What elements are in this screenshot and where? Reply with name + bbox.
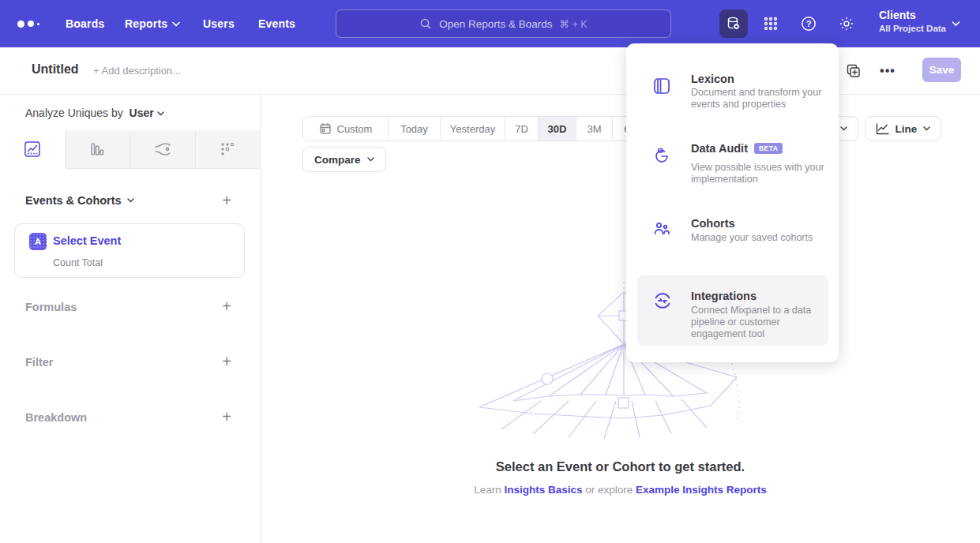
chart-type-tabs <box>0 130 260 169</box>
svg-text:?: ? <box>806 19 812 28</box>
add-formula-button[interactable]: + <box>219 299 235 315</box>
event-selector-card[interactable]: A Select Event Count Total <box>14 223 245 278</box>
nav-item-users[interactable]: Users <box>203 0 235 47</box>
cohorts-users-icon <box>652 219 671 238</box>
mixpanel-logo-icon[interactable] <box>17 17 46 30</box>
tab-bar-chart[interactable] <box>66 130 131 168</box>
project-name: All Project Data <box>879 24 946 33</box>
account-switcher[interactable]: Clients All Project Data <box>879 9 946 33</box>
chevron-down-icon <box>952 21 960 27</box>
search-icon <box>419 17 432 30</box>
more-options-icon[interactable]: ••• <box>877 60 899 82</box>
chart-style-selector[interactable]: Line <box>865 116 941 141</box>
add-event-button[interactable]: + <box>219 193 235 209</box>
bar-chart-icon <box>88 140 106 158</box>
menu-item-description: Document and transform your events and p… <box>691 87 827 110</box>
menu-item-title: Integrations <box>691 290 757 302</box>
date-yesterday[interactable]: Yesterday <box>441 117 505 140</box>
menu-item-description: Manage your saved cohorts <box>691 232 827 244</box>
analyze-label: Analyze Uniques by <box>25 107 123 119</box>
apps-grid-icon[interactable] <box>757 9 785 38</box>
line-chart-icon <box>24 140 41 158</box>
example-insights-reports-link[interactable]: Example Insights Reports <box>636 484 767 496</box>
query-sidebar: Analyze Uniques by User <box>0 95 261 543</box>
line-style-icon <box>876 123 889 135</box>
empty-state-title: Select an Event or Cohort to get started… <box>261 459 980 474</box>
global-search-input[interactable]: Open Reports & Boards ⌘ + K <box>336 9 671 38</box>
top-nav: Boards Reports Users Events Open Reports… <box>0 0 980 47</box>
nav-item-label: Boards <box>66 17 104 30</box>
chart-main-area: Custom Today Yesterday 7D 30D 3M 6M Comp… <box>261 95 980 543</box>
menu-item-title: Lexicon <box>691 73 734 85</box>
date-today[interactable]: Today <box>389 117 441 140</box>
analyze-uniques-row: Analyze Uniques by User <box>25 107 164 119</box>
calendar-icon <box>319 122 332 135</box>
nav-item-boards[interactable]: Boards <box>66 0 104 47</box>
menu-item-title: Cohorts <box>691 217 735 230</box>
menu-item-description: Connect Mixpanel to a data pipeline or c… <box>691 305 827 340</box>
section-breakdown: Breakdown <box>25 411 87 424</box>
menu-item-title: Data AuditBETA <box>691 142 783 155</box>
search-placeholder: Open Reports & Boards <box>439 18 552 30</box>
nav-item-label: Reports <box>125 17 167 30</box>
tab-flow-chart[interactable] <box>130 130 196 168</box>
search-shortcut: ⌘ + K <box>560 18 588 30</box>
nav-item-label: Events <box>258 17 295 30</box>
nav-item-label: Users <box>203 17 235 30</box>
ellipsis-glyph: ••• <box>880 64 896 78</box>
save-button[interactable]: Save <box>922 58 961 82</box>
add-description-field[interactable]: + Add description... <box>93 65 181 77</box>
event-letter-badge: A <box>29 233 47 250</box>
insights-basics-link[interactable]: Insights Basics <box>504 484 582 496</box>
date-custom[interactable]: Custom <box>303 117 389 140</box>
help-icon[interactable]: ? <box>794 9 823 38</box>
subtitle-text: or explore <box>582 484 636 496</box>
compare-button[interactable]: Compare <box>302 147 386 172</box>
retention-grid-icon <box>219 140 236 158</box>
chevron-down-icon <box>172 21 180 27</box>
select-event-label[interactable]: Select Event <box>53 234 121 247</box>
data-management-icon[interactable] <box>719 9 748 38</box>
menu-item-description: View possible issues with your implement… <box>691 162 827 185</box>
data-management-dropdown-panel: Lexicon Document and transform your even… <box>626 43 839 362</box>
subtitle-text: Learn <box>474 484 504 496</box>
lexicon-book-icon <box>652 77 671 95</box>
integrations-sync-icon <box>652 290 671 309</box>
data-audit-icon <box>652 146 671 165</box>
events-cohorts-heading[interactable]: Events & Cohorts <box>25 194 134 207</box>
add-breakdown-button[interactable]: + <box>219 410 235 425</box>
nav-item-events[interactable]: Events <box>258 0 295 47</box>
beta-badge: BETA <box>754 143 783 154</box>
tab-insights-line-chart[interactable] <box>0 130 66 169</box>
count-total-label[interactable]: Count Total <box>53 257 103 268</box>
report-title[interactable]: Untitled <box>32 62 79 77</box>
analyze-value-dropdown[interactable]: User <box>126 107 164 119</box>
empty-state-subtitle: Learn Insights Basics or explore Example… <box>261 484 980 496</box>
add-filter-button[interactable]: + <box>219 354 235 370</box>
date-7d[interactable]: 7D <box>505 117 539 140</box>
date-30d[interactable]: 30D <box>539 117 576 140</box>
duplicate-report-icon[interactable] <box>843 60 865 82</box>
date-range-selector: Custom Today Yesterday 7D 30D 3M 6M <box>302 116 650 141</box>
settings-gear-icon[interactable] <box>832 9 861 38</box>
org-name: Clients <box>879 9 946 21</box>
section-formulas: Formulas <box>25 301 77 313</box>
tab-retention-grid[interactable] <box>196 130 261 168</box>
nav-item-reports[interactable]: Reports <box>125 0 180 47</box>
date-3m[interactable]: 3M <box>576 117 613 140</box>
section-filter: Filter <box>25 356 53 369</box>
flow-icon <box>153 140 172 158</box>
